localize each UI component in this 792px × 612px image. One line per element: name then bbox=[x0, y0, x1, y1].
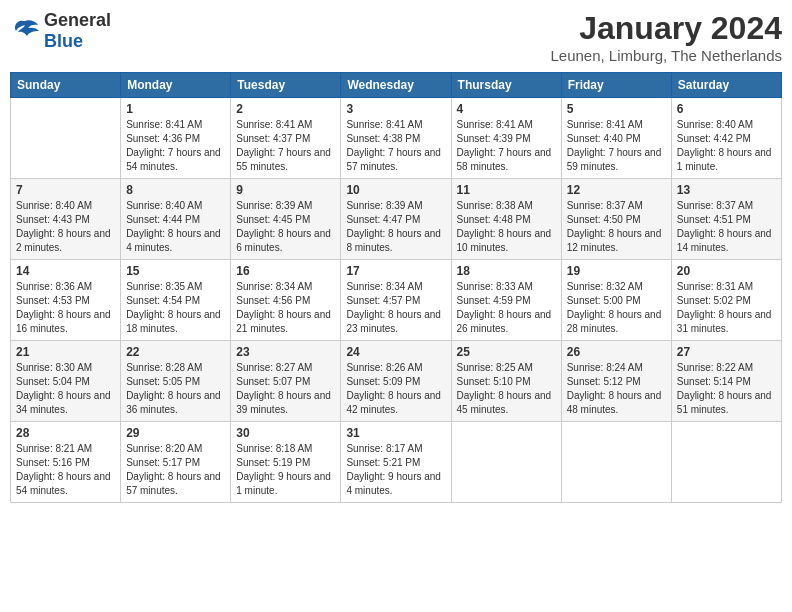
header-sunday: Sunday bbox=[11, 73, 121, 98]
day-number: 4 bbox=[457, 102, 556, 116]
day-info: Sunrise: 8:40 AMSunset: 4:43 PMDaylight:… bbox=[16, 199, 115, 255]
day-info: Sunrise: 8:37 AMSunset: 4:50 PMDaylight:… bbox=[567, 199, 666, 255]
day-info: Sunrise: 8:28 AMSunset: 5:05 PMDaylight:… bbox=[126, 361, 225, 417]
month-title: January 2024 bbox=[550, 10, 782, 47]
table-row: 6 Sunrise: 8:40 AMSunset: 4:42 PMDayligh… bbox=[671, 98, 781, 179]
day-number: 31 bbox=[346, 426, 445, 440]
table-row: 23 Sunrise: 8:27 AMSunset: 5:07 PMDaylig… bbox=[231, 341, 341, 422]
table-row: 27 Sunrise: 8:22 AMSunset: 5:14 PMDaylig… bbox=[671, 341, 781, 422]
logo-bird-icon bbox=[10, 19, 40, 43]
day-info: Sunrise: 8:40 AMSunset: 4:44 PMDaylight:… bbox=[126, 199, 225, 255]
table-row bbox=[451, 422, 561, 503]
day-info: Sunrise: 8:40 AMSunset: 4:42 PMDaylight:… bbox=[677, 118, 776, 174]
title-section: January 2024 Leunen, Limburg, The Nether… bbox=[550, 10, 782, 64]
table-row bbox=[561, 422, 671, 503]
day-number: 25 bbox=[457, 345, 556, 359]
table-row: 11 Sunrise: 8:38 AMSunset: 4:48 PMDaylig… bbox=[451, 179, 561, 260]
day-number: 16 bbox=[236, 264, 335, 278]
table-row: 18 Sunrise: 8:33 AMSunset: 4:59 PMDaylig… bbox=[451, 260, 561, 341]
day-info: Sunrise: 8:30 AMSunset: 5:04 PMDaylight:… bbox=[16, 361, 115, 417]
table-row: 26 Sunrise: 8:24 AMSunset: 5:12 PMDaylig… bbox=[561, 341, 671, 422]
table-row: 22 Sunrise: 8:28 AMSunset: 5:05 PMDaylig… bbox=[121, 341, 231, 422]
header-tuesday: Tuesday bbox=[231, 73, 341, 98]
table-row: 12 Sunrise: 8:37 AMSunset: 4:50 PMDaylig… bbox=[561, 179, 671, 260]
header-thursday: Thursday bbox=[451, 73, 561, 98]
calendar-week-row: 28 Sunrise: 8:21 AMSunset: 5:16 PMDaylig… bbox=[11, 422, 782, 503]
day-info: Sunrise: 8:26 AMSunset: 5:09 PMDaylight:… bbox=[346, 361, 445, 417]
day-info: Sunrise: 8:38 AMSunset: 4:48 PMDaylight:… bbox=[457, 199, 556, 255]
day-number: 6 bbox=[677, 102, 776, 116]
table-row: 9 Sunrise: 8:39 AMSunset: 4:45 PMDayligh… bbox=[231, 179, 341, 260]
day-number: 18 bbox=[457, 264, 556, 278]
table-row: 17 Sunrise: 8:34 AMSunset: 4:57 PMDaylig… bbox=[341, 260, 451, 341]
table-row: 10 Sunrise: 8:39 AMSunset: 4:47 PMDaylig… bbox=[341, 179, 451, 260]
table-row: 30 Sunrise: 8:18 AMSunset: 5:19 PMDaylig… bbox=[231, 422, 341, 503]
table-row: 2 Sunrise: 8:41 AMSunset: 4:37 PMDayligh… bbox=[231, 98, 341, 179]
table-row: 5 Sunrise: 8:41 AMSunset: 4:40 PMDayligh… bbox=[561, 98, 671, 179]
day-number: 29 bbox=[126, 426, 225, 440]
table-row: 16 Sunrise: 8:34 AMSunset: 4:56 PMDaylig… bbox=[231, 260, 341, 341]
day-number: 3 bbox=[346, 102, 445, 116]
day-number: 5 bbox=[567, 102, 666, 116]
table-row: 20 Sunrise: 8:31 AMSunset: 5:02 PMDaylig… bbox=[671, 260, 781, 341]
day-info: Sunrise: 8:27 AMSunset: 5:07 PMDaylight:… bbox=[236, 361, 335, 417]
calendar-table: Sunday Monday Tuesday Wednesday Thursday… bbox=[10, 72, 782, 503]
calendar-week-row: 21 Sunrise: 8:30 AMSunset: 5:04 PMDaylig… bbox=[11, 341, 782, 422]
table-row: 24 Sunrise: 8:26 AMSunset: 5:09 PMDaylig… bbox=[341, 341, 451, 422]
header-wednesday: Wednesday bbox=[341, 73, 451, 98]
day-info: Sunrise: 8:31 AMSunset: 5:02 PMDaylight:… bbox=[677, 280, 776, 336]
logo: General Blue bbox=[10, 10, 111, 52]
day-number: 2 bbox=[236, 102, 335, 116]
day-number: 24 bbox=[346, 345, 445, 359]
day-number: 13 bbox=[677, 183, 776, 197]
day-number: 9 bbox=[236, 183, 335, 197]
table-row: 29 Sunrise: 8:20 AMSunset: 5:17 PMDaylig… bbox=[121, 422, 231, 503]
day-number: 17 bbox=[346, 264, 445, 278]
table-row: 28 Sunrise: 8:21 AMSunset: 5:16 PMDaylig… bbox=[11, 422, 121, 503]
day-info: Sunrise: 8:39 AMSunset: 4:45 PMDaylight:… bbox=[236, 199, 335, 255]
day-number: 20 bbox=[677, 264, 776, 278]
calendar-header-row: Sunday Monday Tuesday Wednesday Thursday… bbox=[11, 73, 782, 98]
day-info: Sunrise: 8:41 AMSunset: 4:38 PMDaylight:… bbox=[346, 118, 445, 174]
day-number: 11 bbox=[457, 183, 556, 197]
table-row bbox=[11, 98, 121, 179]
table-row: 13 Sunrise: 8:37 AMSunset: 4:51 PMDaylig… bbox=[671, 179, 781, 260]
table-row: 25 Sunrise: 8:25 AMSunset: 5:10 PMDaylig… bbox=[451, 341, 561, 422]
day-info: Sunrise: 8:36 AMSunset: 4:53 PMDaylight:… bbox=[16, 280, 115, 336]
day-info: Sunrise: 8:37 AMSunset: 4:51 PMDaylight:… bbox=[677, 199, 776, 255]
day-number: 8 bbox=[126, 183, 225, 197]
table-row bbox=[671, 422, 781, 503]
day-number: 1 bbox=[126, 102, 225, 116]
day-info: Sunrise: 8:22 AMSunset: 5:14 PMDaylight:… bbox=[677, 361, 776, 417]
day-info: Sunrise: 8:34 AMSunset: 4:57 PMDaylight:… bbox=[346, 280, 445, 336]
table-row: 15 Sunrise: 8:35 AMSunset: 4:54 PMDaylig… bbox=[121, 260, 231, 341]
day-number: 7 bbox=[16, 183, 115, 197]
header-saturday: Saturday bbox=[671, 73, 781, 98]
table-row: 1 Sunrise: 8:41 AMSunset: 4:36 PMDayligh… bbox=[121, 98, 231, 179]
day-number: 10 bbox=[346, 183, 445, 197]
day-number: 27 bbox=[677, 345, 776, 359]
day-number: 22 bbox=[126, 345, 225, 359]
day-number: 12 bbox=[567, 183, 666, 197]
table-row: 14 Sunrise: 8:36 AMSunset: 4:53 PMDaylig… bbox=[11, 260, 121, 341]
logo-general: General bbox=[44, 10, 111, 30]
day-info: Sunrise: 8:21 AMSunset: 5:16 PMDaylight:… bbox=[16, 442, 115, 498]
table-row: 7 Sunrise: 8:40 AMSunset: 4:43 PMDayligh… bbox=[11, 179, 121, 260]
day-number: 26 bbox=[567, 345, 666, 359]
logo-text: General Blue bbox=[44, 10, 111, 52]
location-title: Leunen, Limburg, The Netherlands bbox=[550, 47, 782, 64]
day-number: 23 bbox=[236, 345, 335, 359]
table-row: 4 Sunrise: 8:41 AMSunset: 4:39 PMDayligh… bbox=[451, 98, 561, 179]
day-info: Sunrise: 8:25 AMSunset: 5:10 PMDaylight:… bbox=[457, 361, 556, 417]
table-row: 31 Sunrise: 8:17 AMSunset: 5:21 PMDaylig… bbox=[341, 422, 451, 503]
day-info: Sunrise: 8:33 AMSunset: 4:59 PMDaylight:… bbox=[457, 280, 556, 336]
day-info: Sunrise: 8:17 AMSunset: 5:21 PMDaylight:… bbox=[346, 442, 445, 498]
day-info: Sunrise: 8:41 AMSunset: 4:40 PMDaylight:… bbox=[567, 118, 666, 174]
page-header: General Blue January 2024 Leunen, Limbur… bbox=[10, 10, 782, 64]
day-info: Sunrise: 8:32 AMSunset: 5:00 PMDaylight:… bbox=[567, 280, 666, 336]
day-info: Sunrise: 8:35 AMSunset: 4:54 PMDaylight:… bbox=[126, 280, 225, 336]
table-row: 19 Sunrise: 8:32 AMSunset: 5:00 PMDaylig… bbox=[561, 260, 671, 341]
day-info: Sunrise: 8:24 AMSunset: 5:12 PMDaylight:… bbox=[567, 361, 666, 417]
calendar-week-row: 1 Sunrise: 8:41 AMSunset: 4:36 PMDayligh… bbox=[11, 98, 782, 179]
logo-blue: Blue bbox=[44, 31, 83, 51]
